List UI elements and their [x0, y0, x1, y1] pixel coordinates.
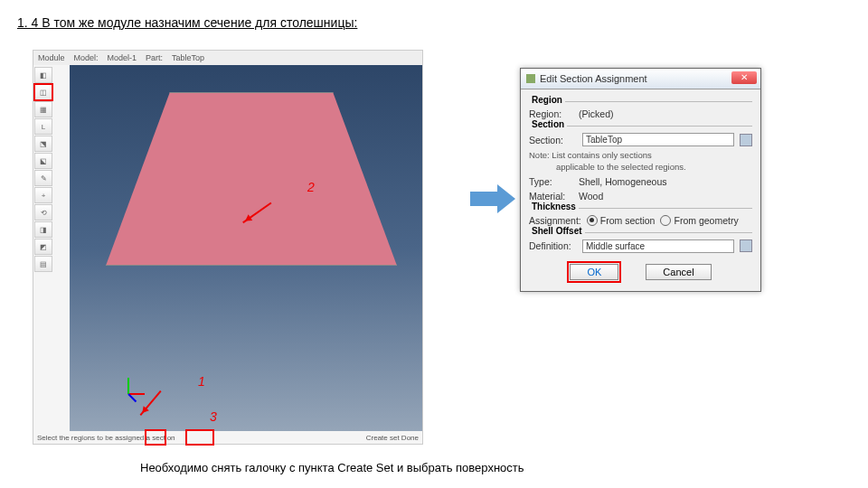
status-bar: Select the regions to be assigned a sect…: [33, 431, 422, 444]
type-value: Shell, Homogeneous: [579, 176, 666, 187]
tool-1[interactable]: ◧: [34, 67, 52, 83]
part-label: Part:: [146, 53, 163, 62]
viewport[interactable]: [70, 65, 422, 431]
tool-4[interactable]: L: [34, 118, 52, 135]
highlight-box-3b: [185, 429, 214, 446]
annotation-2: 2: [307, 180, 315, 194]
material-label: Material:: [529, 191, 579, 202]
toolbar: ◧ ◫ ▦ L ⬔ ⬕ ✎ + ⟲ ◨ ◩ ▤: [33, 65, 70, 431]
assign-section-button[interactable]: ◫: [34, 84, 52, 100]
ok-button[interactable]: OK: [570, 264, 618, 280]
page-title: 1. 4 В том же модуле назначим сечение дл…: [17, 15, 357, 30]
module-label: Module: [38, 53, 65, 62]
from-geometry-label: From geometry: [674, 215, 738, 226]
from-section-label: From section: [600, 215, 656, 226]
dialog-titlebar[interactable]: Edit Section Assignment ✕: [521, 69, 760, 89]
cancel-button[interactable]: Cancel: [646, 264, 711, 280]
tool-5[interactable]: ⬔: [34, 136, 52, 152]
definition-select[interactable]: Middle surface: [582, 239, 734, 253]
triad-icon: [128, 368, 156, 395]
definition-label: Definition:: [529, 240, 579, 251]
region-value: (Picked): [579, 108, 614, 119]
model-surface[interactable]: [106, 92, 397, 266]
model-value[interactable]: Model-1: [108, 53, 137, 62]
type-label: Type:: [529, 176, 579, 187]
from-geometry-radio[interactable]: [660, 215, 671, 226]
dialog-icon: [526, 74, 535, 83]
tool-11[interactable]: ◩: [34, 239, 52, 255]
abaqus-window: Module Model: Model-1 Part: TableTop ◧ ◫…: [33, 50, 423, 445]
offset-group: Shell Offset Definition: Middle surface: [529, 232, 752, 253]
section-group-label: Section: [529, 119, 567, 129]
tool-10[interactable]: ◨: [34, 221, 52, 238]
annotation-1: 1: [198, 374, 205, 389]
region-group-label: Region: [529, 95, 565, 105]
section-group: Section Section: TableTop Note: List con…: [529, 126, 752, 202]
assignment-label: Assignment:: [529, 215, 581, 226]
edit-section-dialog: Edit Section Assignment ✕ Region Region:…: [520, 68, 761, 292]
section-note-1: Note: List contains only sections: [529, 150, 752, 160]
context-bar: Module Model: Model-1 Part: TableTop: [33, 51, 422, 65]
tool-9[interactable]: ⟲: [34, 204, 52, 221]
dialog-title: Edit Section Assignment: [540, 73, 647, 84]
region-group: Region Region: (Picked): [529, 101, 752, 119]
tool-6[interactable]: ⬕: [34, 153, 52, 169]
offset-icon[interactable]: [740, 239, 752, 252]
region-label: Region:: [529, 108, 579, 119]
offset-group-label: Shell Offset: [529, 226, 585, 236]
close-icon[interactable]: ✕: [731, 71, 757, 84]
section-note-2: applicable to the selected regions.: [556, 162, 752, 172]
highlight-box-3a: [145, 429, 166, 446]
tool-3[interactable]: ▦: [34, 101, 52, 117]
tool-8[interactable]: +: [34, 187, 52, 203]
dialog-body: Region Region: (Picked) Section Section:…: [521, 89, 760, 291]
material-value: Wood: [579, 191, 603, 202]
from-section-radio[interactable]: [587, 215, 598, 226]
part-value[interactable]: TableTop: [172, 53, 204, 62]
section-label: Section:: [529, 135, 579, 145]
create-section-icon[interactable]: [740, 134, 752, 146]
annotation-3: 3: [210, 409, 217, 424]
thickness-group-label: Thickness: [529, 202, 579, 211]
flow-arrow-icon: [470, 181, 515, 217]
thickness-group: Thickness Assignment: From section From …: [529, 208, 752, 226]
tool-12[interactable]: ▤: [34, 256, 52, 272]
tool-7[interactable]: ✎: [34, 170, 52, 186]
dialog-buttons: OK Cancel: [529, 257, 752, 282]
model-label: Model:: [74, 53, 99, 62]
section-select[interactable]: TableTop: [582, 133, 734, 146]
page-footer: Необходимо снять галочку с пункта Create…: [140, 461, 524, 474]
prompt-options[interactable]: Create set Done: [366, 434, 419, 442]
